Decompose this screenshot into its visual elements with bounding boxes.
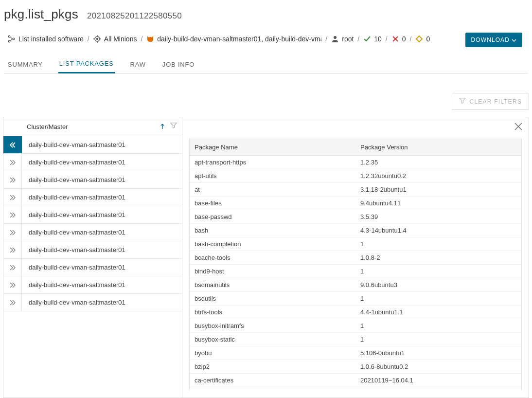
breadcrumb-separator: / — [357, 35, 359, 43]
table-row[interactable]: busybox-static1 — [190, 333, 521, 346]
cluster-row[interactable]: daily-build-dev-vman-saltmaster01 — [3, 241, 182, 259]
breadcrumb-separator: / — [325, 35, 327, 43]
breadcrumb-item[interactable]: root — [331, 35, 354, 43]
col-package-name[interactable]: Package Name — [190, 139, 355, 156]
breadcrumb-label: List installed software — [18, 35, 84, 43]
job-id: 20210825201122580550 — [87, 11, 182, 21]
cluster-row[interactable]: daily-build-dev-vman-saltmaster01 — [3, 224, 182, 241]
cell-package-name: bsdmainutils — [190, 278, 355, 292]
expand-icon[interactable] — [3, 206, 22, 223]
table-row[interactable]: cloud-guest-utils0.27-0ubuntu25.1 — [190, 387, 521, 391]
status-other-count: 0 — [426, 35, 430, 43]
diamond-icon — [415, 35, 423, 43]
cell-package-name: busybox-initramfs — [190, 319, 355, 333]
cluster-row[interactable]: daily-build-dev-vman-saltmaster01 — [3, 206, 182, 224]
breadcrumb-separator: / — [386, 35, 388, 43]
cell-package-version: 1 — [355, 292, 521, 306]
cat-icon — [146, 35, 154, 43]
table-row[interactable]: at3.1.18-2ubuntu1 — [190, 183, 521, 197]
cell-package-version: 1 — [355, 237, 521, 251]
table-row[interactable]: byobu5.106-0ubuntu1 — [190, 346, 521, 360]
cell-package-name: busybox-static — [190, 333, 355, 346]
cluster-row[interactable]: daily-build-dev-vman-saltmaster01 — [3, 259, 182, 276]
cell-package-version: 1.0.8-2 — [355, 251, 521, 265]
table-row[interactable]: bsdmainutils9.0.6ubuntu3 — [190, 278, 521, 292]
cell-package-version: 0.27-0ubuntu25.1 — [355, 387, 521, 391]
cluster-label: daily-build-dev-vman-saltmaster01 — [22, 259, 182, 276]
close-icon[interactable] — [513, 125, 524, 133]
filter-icon[interactable] — [170, 122, 177, 131]
package-panel: Package Name Package Version apt-transpo… — [182, 117, 529, 398]
cell-package-version: 1.0.6-8ubuntu0.2 — [355, 360, 521, 374]
breadcrumb: List installed software/All Minions/dail… — [8, 35, 465, 43]
cluster-row[interactable]: daily-build-dev-vman-saltmaster01 — [3, 154, 182, 171]
cell-package-version: 9.4ubuntu4.11 — [355, 197, 521, 210]
cluster-label: daily-build-dev-vman-saltmaster01 — [22, 276, 182, 293]
expand-icon[interactable] — [3, 241, 22, 258]
branch-icon — [8, 35, 16, 43]
status-other: 0 — [415, 35, 430, 43]
cell-package-name: btrfs-tools — [190, 306, 355, 319]
table-row[interactable]: ca-certificates20210119~16.04.1 — [190, 374, 521, 387]
cluster-row[interactable]: daily-build-dev-vman-saltmaster01 — [3, 294, 182, 311]
table-row[interactable]: bzip21.0.6-8ubuntu0.2 — [190, 360, 521, 374]
tabs: SUMMARYLIST PACKAGESRAWJOB INFO — [4, 56, 528, 73]
table-row[interactable]: busybox-initramfs1 — [190, 319, 521, 333]
cell-package-name: at — [190, 183, 355, 197]
table-row[interactable]: apt-transport-https1.2.35 — [190, 156, 521, 169]
cluster-panel-header: Cluster/Master — [27, 123, 68, 130]
expand-icon[interactable] — [3, 189, 22, 206]
page-title: pkg.list_pkgs — [4, 7, 78, 22]
sort-ascending-icon[interactable] — [160, 124, 165, 129]
cell-package-name: bash-completion — [190, 237, 355, 251]
svg-point-1 — [8, 40, 10, 42]
breadcrumb-item[interactable]: daily-build-dev-vman-saltmaster01, daily… — [146, 35, 321, 43]
cell-package-version: 5.106-0ubuntu1 — [355, 346, 521, 360]
cluster-label: daily-build-dev-vman-saltmaster01 — [22, 154, 182, 171]
cluster-row[interactable]: daily-build-dev-vman-saltmaster01 — [3, 189, 182, 206]
breadcrumb-item[interactable]: All Minions — [93, 35, 137, 43]
cell-package-version: 1.2.35 — [355, 156, 521, 169]
cluster-row[interactable]: daily-build-dev-vman-saltmaster01 — [3, 171, 182, 189]
filter-icon — [459, 97, 466, 106]
clear-filters-button[interactable]: CLEAR FILTERS — [452, 93, 529, 110]
table-row[interactable]: bash4.3-14ubuntu1.4 — [190, 224, 521, 237]
table-row[interactable]: bcache-tools1.0.8-2 — [190, 251, 521, 265]
breadcrumb-item[interactable]: List installed software — [8, 35, 84, 43]
breadcrumb-separator: / — [141, 35, 142, 43]
cell-package-version: 1 — [355, 265, 521, 278]
expand-icon[interactable] — [3, 294, 22, 311]
cluster-row[interactable]: daily-build-dev-vman-saltmaster01 — [3, 136, 182, 154]
collapse-icon[interactable] — [3, 136, 22, 153]
table-row[interactable]: base-passwd3.5.39 — [190, 210, 521, 224]
cluster-label: daily-build-dev-vman-saltmaster01 — [22, 189, 182, 206]
cell-package-name: apt-utils — [190, 169, 355, 183]
cell-package-version: 4.3-14ubuntu1.4 — [355, 224, 521, 237]
col-package-version[interactable]: Package Version — [355, 139, 521, 156]
tab-list-packages[interactable]: LIST PACKAGES — [58, 56, 115, 73]
table-row[interactable]: bsdutils1 — [190, 292, 521, 306]
status-success: 10 — [363, 35, 382, 43]
tab-job-info[interactable]: JOB INFO — [161, 57, 195, 73]
table-row[interactable]: bash-completion1 — [190, 237, 521, 251]
cell-package-name: base-passwd — [190, 210, 355, 224]
breadcrumb-label: root — [342, 35, 354, 43]
expand-icon[interactable] — [3, 259, 22, 276]
table-row[interactable]: apt-utils1.2.32ubuntu0.2 — [190, 169, 521, 183]
cluster-row[interactable]: daily-build-dev-vman-saltmaster01 — [3, 276, 182, 294]
cluster-label: daily-build-dev-vman-saltmaster01 — [22, 224, 182, 241]
table-row[interactable]: base-files9.4ubuntu4.11 — [190, 197, 521, 210]
expand-icon[interactable] — [3, 276, 22, 293]
expand-icon[interactable] — [3, 154, 22, 171]
svg-point-2 — [13, 38, 15, 40]
expand-icon[interactable] — [3, 171, 22, 188]
cell-package-name: base-files — [190, 197, 355, 210]
table-row[interactable]: btrfs-tools4.4-1ubuntu1.1 — [190, 306, 521, 319]
download-button[interactable]: DOWNLOAD — [465, 33, 522, 47]
tab-summary[interactable]: SUMMARY — [7, 57, 44, 73]
tab-raw[interactable]: RAW — [129, 57, 147, 73]
expand-icon[interactable] — [3, 224, 22, 241]
status-fail: 0 — [391, 35, 406, 43]
table-row[interactable]: bind9-host1 — [190, 265, 521, 278]
svg-point-0 — [8, 36, 10, 37]
